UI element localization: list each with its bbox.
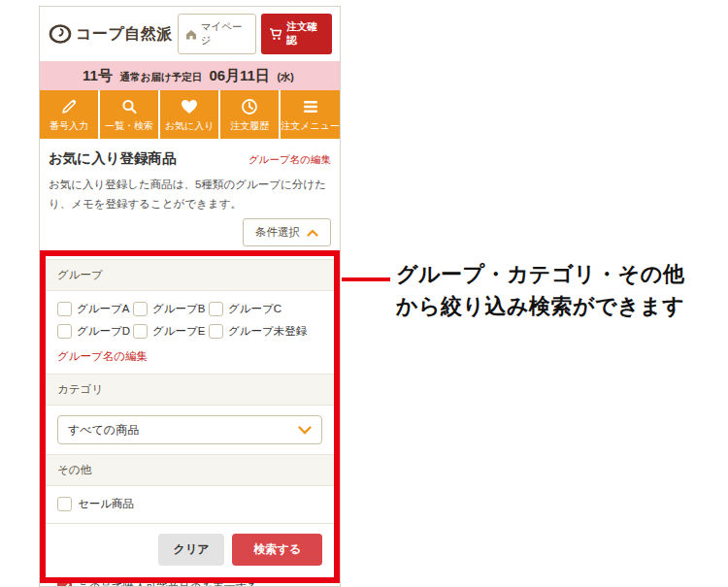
heart-icon xyxy=(160,98,218,115)
checkbox-label: グループE xyxy=(152,324,205,339)
menu-icon xyxy=(281,98,340,115)
category-section-header: カテゴリ xyxy=(46,374,334,406)
nav-order-history[interactable]: 注文履歴 xyxy=(220,90,279,139)
annotation-line2: から絞り込み検索ができます xyxy=(396,290,684,322)
clear-button[interactable]: クリア xyxy=(158,534,225,566)
checkbox-label: グループ未登録 xyxy=(228,324,307,339)
filter-panel-highlighted: グループ グループA グループB グループC xyxy=(40,250,340,583)
checkbox-box[interactable] xyxy=(57,324,72,339)
nav-number-entry[interactable]: 番号入力 xyxy=(40,90,98,139)
house-icon xyxy=(185,29,197,40)
coop-shizenha-logo[interactable]: コープ自然派 xyxy=(49,24,173,45)
page: コープ自然派 マイページ 注文確認 xyxy=(0,0,728,587)
edit-group-names-link[interactable]: グループ名の編集 xyxy=(248,153,331,167)
checkbox-group-d[interactable]: グループD xyxy=(57,324,133,339)
main-nav: 番号入力 一覧・検索 お気に入り xyxy=(40,90,340,139)
mypage-button[interactable]: マイページ xyxy=(178,14,257,54)
nav-favorites[interactable]: お気に入り xyxy=(160,90,218,139)
group-checkbox-grid: グループA グループB グループC グループD xyxy=(46,291,334,342)
checkbox-group-a[interactable]: グループA xyxy=(57,302,133,316)
history-icon xyxy=(220,98,279,115)
mypage-label: マイページ xyxy=(201,20,249,48)
page-title: お気に入り登録商品 xyxy=(49,149,177,168)
group-section-header: グループ xyxy=(46,259,334,291)
nav-label: 番号入力 xyxy=(40,119,98,133)
page-description: お気に入り登録した商品は、5種類のグループに分けたり、メモを登録することができま… xyxy=(49,176,331,213)
nav-order-menu[interactable]: 注文メニュー xyxy=(281,90,340,139)
logo-emblem-icon xyxy=(49,24,72,44)
banner-weekday: (水) xyxy=(277,71,294,82)
nav-label: 注文メニュー xyxy=(281,119,340,133)
pencil-icon xyxy=(40,98,98,115)
category-select[interactable]: すべての商品 xyxy=(57,415,322,444)
chevron-up-icon xyxy=(307,229,318,237)
edit-group-names-link-panel[interactable]: グループ名の編集 xyxy=(57,350,148,362)
category-select-value: すべての商品 xyxy=(68,422,139,439)
checkbox-box[interactable] xyxy=(133,324,148,339)
annotation-pointer-line xyxy=(342,277,390,281)
nav-label: 一覧・検索 xyxy=(100,119,158,133)
nav-label: お気に入り xyxy=(160,119,218,133)
checkbox-group-e[interactable]: グループE xyxy=(133,324,209,339)
delivery-banner: 11号 通常お届け予定日 06月11日 (水) xyxy=(40,61,340,90)
order-confirm-label: 注文確認 xyxy=(286,20,324,48)
banner-date: 06月11日 xyxy=(209,67,270,83)
banner-label: 通常お届け予定日 xyxy=(119,71,202,82)
checkbox-box[interactable] xyxy=(209,324,223,339)
checkbox-box[interactable] xyxy=(57,497,72,511)
condition-toggle-label: 条件選択 xyxy=(255,225,300,240)
checkbox-label: グループA xyxy=(77,302,129,316)
order-confirm-button[interactable]: 注文確認 xyxy=(261,14,332,54)
chevron-down-icon xyxy=(298,426,312,435)
search-icon xyxy=(100,98,158,115)
checkbox-group-unassigned[interactable]: グループ未登録 xyxy=(209,324,322,339)
nav-list-search[interactable]: 一覧・検索 xyxy=(100,90,158,139)
checkbox-label: グループC xyxy=(228,302,281,316)
checkbox-box[interactable] xyxy=(133,302,148,316)
banner-issue: 11号 xyxy=(83,67,113,83)
checkbox-group-c[interactable]: グループC xyxy=(209,302,322,316)
content-area: お気に入り登録商品 グループ名の編集 お気に入り登録した商品は、5種類のグループ… xyxy=(40,139,340,587)
checkbox-label: グループB xyxy=(152,302,205,316)
other-section-header: その他 xyxy=(46,454,334,486)
checkbox-label: グループD xyxy=(77,324,130,339)
nav-label: 注文履歴 xyxy=(220,119,279,133)
checkbox-group-b[interactable]: グループB xyxy=(133,302,209,316)
annotation-line1: グループ・カテゴリ・その他 xyxy=(396,258,684,290)
checkbox-box[interactable] xyxy=(209,302,223,316)
logo-text: コープ自然派 xyxy=(76,24,173,45)
cart-icon xyxy=(269,28,282,41)
annotation-text: グループ・カテゴリ・その他 から絞り込み検索ができます xyxy=(396,258,684,322)
search-button[interactable]: 検索する xyxy=(232,534,322,566)
checkbox-label: セール商品 xyxy=(78,497,134,511)
mobile-app-frame: コープ自然派 マイページ 注文確認 xyxy=(39,6,341,587)
checkbox-sale-items[interactable]: セール商品 xyxy=(46,486,334,523)
app-header: コープ自然派 マイページ 注文確認 xyxy=(40,7,340,61)
checkbox-box[interactable] xyxy=(57,302,72,316)
condition-toggle-button[interactable]: 条件選択 xyxy=(243,218,331,246)
